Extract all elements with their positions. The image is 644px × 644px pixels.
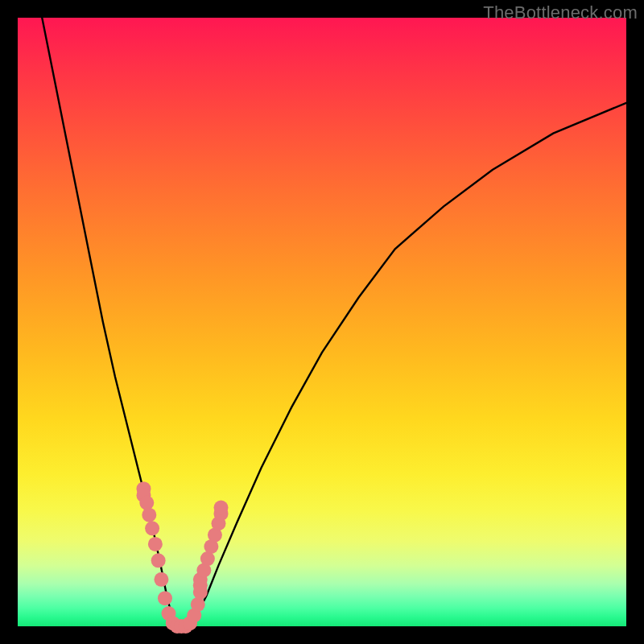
highlight-markers — [136, 481, 228, 634]
marker-dot — [154, 572, 168, 587]
outer-frame: TheBottleneck.com — [0, 0, 644, 644]
marker-dot — [191, 597, 205, 612]
marker-dot — [148, 537, 163, 551]
marker-dot — [214, 501, 229, 515]
marker-dot — [158, 591, 172, 605]
marker-dot — [145, 521, 159, 535]
curve-layer — [42, 18, 626, 626]
watermark-text: TheBottleneck.com — [483, 2, 638, 23]
marker-dot — [142, 508, 156, 522]
chart-svg — [18, 18, 626, 626]
bottleneck-curve — [42, 18, 626, 626]
plot-area — [18, 18, 626, 626]
marker-dot — [151, 553, 166, 568]
marker-dot — [139, 496, 154, 510]
